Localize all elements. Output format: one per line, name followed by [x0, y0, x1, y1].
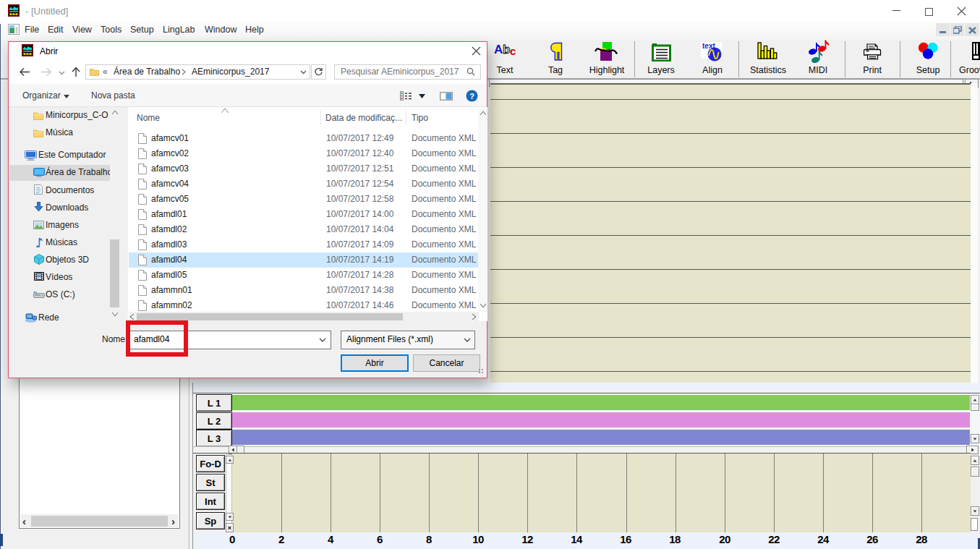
svg-text:?: ? [469, 92, 474, 101]
